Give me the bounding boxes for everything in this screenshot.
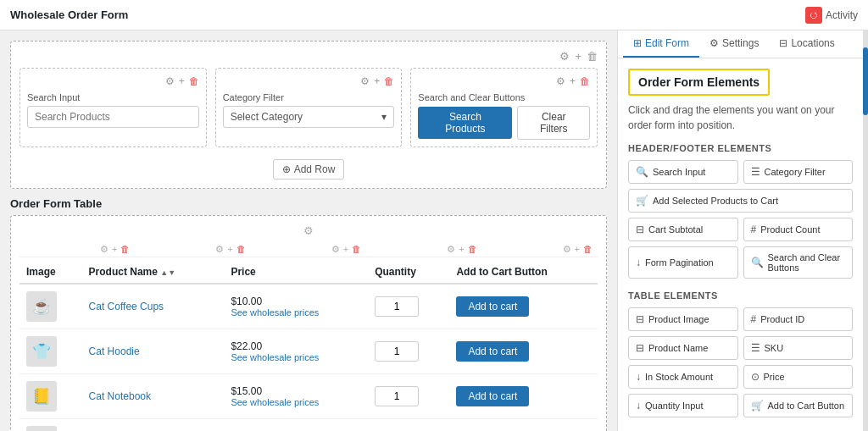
search-products-button[interactable]: Search Products	[418, 107, 512, 139]
col2-add-icon[interactable]: +	[374, 75, 380, 87]
settings-icon: ⚙	[709, 37, 719, 49]
col3-label: Search and Clear Buttons	[418, 92, 590, 102]
table-settings-icon[interactable]: ⚙	[303, 224, 314, 237]
element-btn-add-to-cart[interactable]: 🛒Add to Cart Button	[743, 394, 854, 417]
category-filter-label: Category Filter	[765, 167, 826, 177]
col3-delete-icon[interactable]: 🗑	[580, 75, 590, 87]
col2-delete-icon[interactable]: 🗑	[384, 75, 394, 87]
add-to-cart-button[interactable]: Add to cart	[456, 386, 529, 406]
product-thumbnail: 👕	[26, 336, 57, 367]
tab-locations[interactable]: ⊟ Locations	[769, 30, 844, 58]
product-name-icon: ⊟	[636, 342, 644, 354]
tc3-settings[interactable]: ⚙	[331, 244, 340, 255]
tab-edit-form[interactable]: ⊞ Edit Form	[623, 30, 699, 58]
cell-add-to-cart: Add to cart	[449, 374, 598, 419]
add-row-button[interactable]: ⊕ Add Row	[273, 159, 345, 180]
col3-settings-icon[interactable]: ⚙	[556, 75, 565, 87]
tc4-settings[interactable]: ⚙	[447, 244, 455, 255]
tc4-add[interactable]: +	[459, 244, 464, 255]
element-btn-category-filter[interactable]: ☰Category Filter	[743, 160, 854, 184]
col1-add-icon[interactable]: +	[179, 75, 185, 87]
element-btn-search-clear[interactable]: 🔍Search and Clear Buttons	[743, 246, 854, 279]
element-btn-add-selected[interactable]: 🛒Add Selected Products to Cart	[628, 189, 853, 213]
col-image: Image	[19, 261, 82, 284]
panel-scrollbar[interactable]	[863, 30, 868, 431]
tc1-del[interactable]: 🗑	[120, 244, 130, 255]
tc2-settings[interactable]: ⚙	[215, 244, 224, 255]
editor-area: ⚙ + 🗑 ⚙ + 🗑 Search Input	[0, 30, 617, 431]
sort-icon: ▲▼	[160, 268, 175, 277]
col1-settings-icon[interactable]: ⚙	[165, 75, 175, 87]
cell-price: $22.00 See wholesale prices	[224, 329, 368, 374]
cell-add-to-cart: Add to cart	[449, 329, 598, 374]
search-clear-label: Search and Clear Buttons	[768, 252, 846, 273]
element-btn-in-stock[interactable]: ↓In Stock Amount	[628, 365, 738, 389]
row-delete-icon[interactable]: 🗑	[587, 50, 598, 63]
wholesale-price-link[interactable]: See wholesale prices	[231, 397, 361, 407]
element-btn-sku[interactable]: ☰SKU	[743, 336, 854, 360]
wholesale-price-link[interactable]: See wholesale prices	[231, 352, 361, 362]
product-name-link[interactable]: Cat Notebook	[89, 390, 151, 402]
table-elements-label: TABLE ELEMENTS	[628, 290, 853, 301]
product-count-label: Product Count	[760, 224, 820, 235]
element-btn-product-name[interactable]: ⊟Product Name	[628, 336, 738, 360]
element-btn-price[interactable]: ⊙Price	[743, 365, 854, 389]
element-btn-quantity-input[interactable]: ↓Quantity Input	[628, 394, 738, 417]
panel-description: Click and drag the elements you want on …	[628, 102, 853, 133]
col3-add-icon[interactable]: +	[570, 75, 576, 87]
cell-name: Cat Coffee Cups	[82, 284, 225, 329]
cell-name: Cat Printing	[82, 419, 225, 432]
cell-name: Cat Notebook	[82, 374, 225, 419]
cell-qty	[368, 374, 449, 419]
chevron-down-icon: ▾	[381, 111, 387, 123]
tc4-del[interactable]: 🗑	[468, 244, 477, 255]
product-name-link[interactable]: Cat Coffee Cups	[89, 301, 164, 312]
element-btn-product-count[interactable]: #Product Count	[743, 218, 854, 241]
tc1-add[interactable]: +	[112, 244, 117, 255]
quantity-input-field[interactable]	[375, 341, 419, 362]
add-selected-label: Add Selected Products to Cart	[653, 196, 778, 206]
tc1-settings[interactable]: ⚙	[100, 244, 108, 255]
col2-settings-icon[interactable]: ⚙	[360, 75, 370, 87]
cell-image: 👕	[19, 329, 82, 374]
row-settings-icon[interactable]: ⚙	[559, 50, 570, 63]
activity-icon[interactable]: ⭯	[805, 7, 822, 24]
tab-settings[interactable]: ⚙ Settings	[699, 30, 769, 58]
tc3-add[interactable]: +	[343, 244, 348, 255]
row-top-controls: ⚙ + 🗑	[19, 50, 598, 63]
search-input-field[interactable]	[27, 106, 199, 128]
element-btn-product-image[interactable]: ⊟Product Image	[628, 307, 738, 331]
cell-price: $25.00 See wholesale prices	[224, 419, 368, 432]
add-row-icon: ⊕	[282, 163, 291, 175]
tc2-del[interactable]: 🗑	[236, 244, 246, 255]
wholesale-price-link[interactable]: See wholesale prices	[231, 307, 361, 318]
element-btn-form-pagination[interactable]: ↓Form Pagination	[628, 246, 738, 279]
element-btn-cart-subtotal[interactable]: ⊟Cart Subtotal	[628, 218, 738, 241]
right-panel: ⊞ Edit Form ⚙ Settings ⊟ Locations Order…	[617, 30, 863, 431]
tc5-add[interactable]: +	[575, 244, 580, 255]
cell-image: 🖨	[19, 419, 82, 432]
table-row-controls: ⚙	[19, 224, 598, 237]
col1-delete-icon[interactable]: 🗑	[189, 75, 199, 87]
tc5-settings[interactable]: ⚙	[563, 244, 571, 255]
quantity-input-field[interactable]	[375, 386, 419, 406]
col2-label: Category Filter	[223, 92, 395, 102]
clear-filters-button[interactable]: Clear Filters	[517, 106, 590, 140]
quantity-input-field[interactable]	[375, 296, 419, 317]
tc5-del[interactable]: 🗑	[583, 244, 593, 255]
element-btn-search-input[interactable]: 🔍Search Input	[628, 160, 738, 184]
row-add-icon[interactable]: +	[575, 50, 581, 63]
element-btn-product-id[interactable]: #Product ID	[743, 307, 854, 331]
cell-qty	[368, 419, 449, 432]
tc2-add[interactable]: +	[227, 244, 232, 255]
col-product-name[interactable]: Product Name ▲▼	[82, 261, 225, 284]
add-to-cart-button[interactable]: Add to cart	[456, 341, 529, 362]
category-select[interactable]: Select Category ▾	[223, 106, 395, 128]
add-to-cart-button[interactable]: Add to cart	[456, 296, 529, 317]
col1-label: Search Input	[27, 92, 199, 102]
product-name-link[interactable]: Cat Hoodie	[89, 345, 140, 357]
cell-qty	[368, 284, 449, 329]
category-filter-column: ⚙ + 🗑 Category Filter Select Category ▾	[215, 68, 403, 147]
tc3-del[interactable]: 🗑	[352, 244, 361, 255]
app-bar-right: ⭯ Activity	[805, 7, 858, 24]
